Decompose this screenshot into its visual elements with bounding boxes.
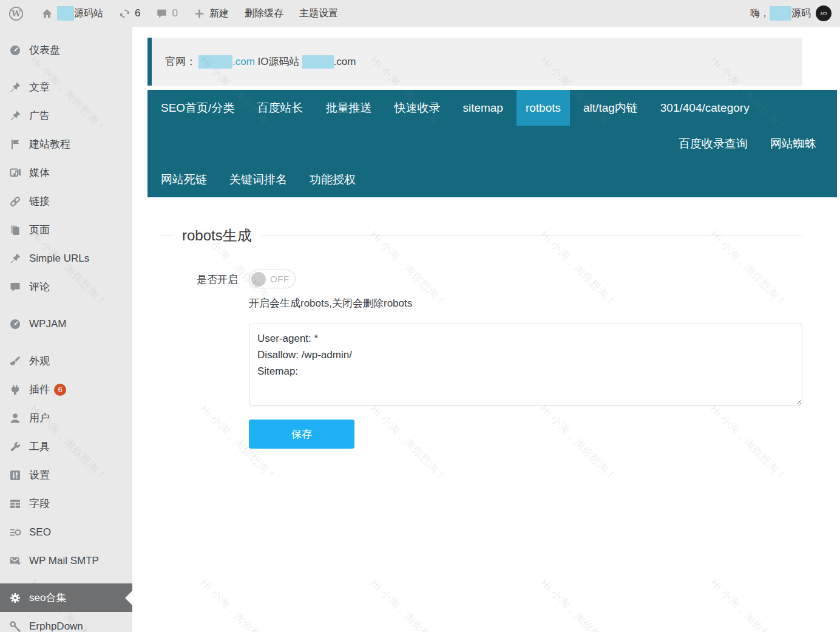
site-name: 源码站	[74, 7, 103, 20]
sidebar-item-label: 广告	[29, 109, 50, 123]
new-content-menu[interactable]: 新建	[194, 7, 229, 20]
redacted-username-prefix	[770, 6, 791, 21]
sidebar-item-label: 字段	[29, 497, 50, 511]
sidebar-item-users[interactable]: 用户	[0, 404, 132, 432]
sidebar-item-label: Simple URLs	[29, 253, 89, 265]
sidebar-item-wp-mail-smtp[interactable]: WP Mail SMTP	[0, 546, 132, 575]
plugin-icon	[9, 384, 21, 396]
sidebar-menu: 仪表盘文章广告建站教程媒体链接页面Simple URLs评论WPJAM外观插件6…	[0, 27, 132, 632]
sidebar-item-label: 用户	[29, 411, 50, 425]
account-menu[interactable]: 嗨， 源码 I/O	[750, 5, 832, 21]
sidebar-item-simple-urls[interactable]: Simple URLs	[0, 244, 132, 273]
sidebar-item-media[interactable]: 媒体	[0, 158, 132, 187]
sidebar-item-seo[interactable]: SEO	[0, 518, 132, 546]
sidebar-item-site-tutorials[interactable]: 建站教程	[0, 130, 132, 158]
visit-site-link[interactable]: 源码站	[41, 6, 103, 21]
redacted-domain-1	[198, 55, 232, 69]
flag-icon	[9, 138, 21, 151]
sidebar-item-appearance[interactable]: 外观	[0, 347, 132, 375]
redacted-site-prefix	[57, 6, 74, 21]
tab-batch-push[interactable]: 批量推送	[316, 90, 381, 126]
official-site-link[interactable]: .com	[232, 56, 255, 68]
seo-tabs-nav: SEO首页/分类百度站长批量推送快速收录sitemaprotbotsalt/ta…	[147, 90, 837, 197]
site-notice: 官网： .com IO源码站 .com	[147, 38, 802, 86]
toggle-knob	[251, 272, 266, 287]
nav-row-3: 网站死链关键词排名功能授权	[147, 161, 837, 197]
sidebar-item-posts[interactable]: 文章	[0, 73, 132, 101]
toggle-label: 是否开启	[147, 270, 238, 449]
tab-301-404-category[interactable]: 301/404/category	[651, 90, 759, 126]
table-icon	[9, 498, 21, 510]
tab-baidu-webmaster[interactable]: 百度站长	[248, 90, 312, 126]
sidebar-item-wpjam[interactable]: WPJAM	[0, 310, 132, 338]
toggle-hint: 开启会生成robots,关闭会删除robots	[249, 296, 802, 310]
sidebar-item-label: seo合集	[29, 591, 66, 605]
new-label: 新建	[209, 7, 229, 20]
pages-icon	[9, 224, 21, 236]
comment-bubble-icon	[156, 8, 168, 19]
updates-indicator[interactable]: 6	[119, 7, 140, 19]
sidebar-item-label: 外观	[29, 354, 50, 368]
sidebar-item-fields[interactable]: 字段	[0, 489, 132, 518]
notice-middle: IO源码站	[255, 55, 300, 69]
updates-count: 6	[135, 7, 140, 19]
sidebar-item-ads[interactable]: 广告	[0, 101, 132, 130]
tab-sitemap[interactable]: sitemap	[453, 90, 512, 126]
seo-lines-icon	[9, 526, 21, 539]
tab-keyword-ranking[interactable]: 关键词排名	[220, 161, 296, 197]
sidebar-item-dashboard[interactable]: 仪表盘	[0, 36, 132, 64]
sidebar-item-label: 建站教程	[29, 137, 70, 151]
user-icon	[9, 412, 21, 424]
pin-icon	[9, 110, 21, 122]
tab-robots[interactable]: rotbots	[517, 90, 570, 126]
media-icon	[9, 167, 21, 179]
tab-dead-links[interactable]: 网站死链	[152, 161, 216, 197]
comments-count: 0	[172, 7, 177, 19]
sidebar-item-settings[interactable]: 设置	[0, 461, 132, 489]
enable-toggle[interactable]: OFF	[249, 270, 296, 288]
tab-seo-home-category[interactable]: SEO首页/分类	[152, 90, 243, 126]
comments-indicator[interactable]: 0	[156, 7, 177, 19]
plus-icon	[194, 8, 205, 19]
sidebar-item-label: 链接	[29, 194, 50, 208]
sidebar-item-tools[interactable]: 工具	[0, 432, 132, 461]
sidebar-item-label: 媒体	[29, 166, 50, 180]
admin-sidebar: 仪表盘文章广告建站教程媒体链接页面Simple URLs评论WPJAM外观插件6…	[0, 27, 132, 632]
tab-baidu-index-query[interactable]: 百度收录查询	[669, 126, 757, 161]
sidebar-item-label: 评论	[29, 280, 50, 294]
wordpress-logo-icon: W	[8, 6, 24, 21]
theme-settings-button[interactable]: 主题设置	[299, 7, 338, 20]
refresh-icon	[119, 8, 130, 19]
sidebar-item-label: 文章	[29, 80, 50, 94]
tab-feature-license[interactable]: 功能授权	[300, 161, 365, 197]
sidebar-item-plugins[interactable]: 插件6	[0, 375, 132, 404]
page-title: robots生成	[182, 226, 252, 245]
link-icon	[9, 195, 21, 208]
sidebar-item-links[interactable]: 链接	[0, 187, 132, 216]
sidebar-item-label: WP Mail SMTP	[29, 555, 99, 567]
dashboard-icon	[9, 44, 21, 56]
notice-suffix: .com	[334, 56, 356, 68]
home-icon	[41, 8, 53, 19]
wordpress-menu[interactable]: W	[8, 6, 28, 21]
sidebar-item-erphpdown[interactable]: ErphpDown	[0, 612, 132, 632]
svg-text:W: W	[11, 8, 21, 18]
greeting-text: 嗨，	[750, 7, 770, 20]
tab-alt-tag-internal-links[interactable]: alt/tag内链	[574, 90, 647, 126]
nav-row-2: 百度收录查询网站蜘蛛	[147, 126, 837, 161]
notice-prefix: 官网：	[165, 55, 196, 69]
toggle-state: OFF	[270, 274, 290, 284]
save-button[interactable]: 保存	[249, 420, 354, 449]
robots-content-textarea[interactable]: User-agent: * Disallow: /wp-admin/ Sitem…	[249, 324, 802, 406]
key-icon	[9, 620, 21, 632]
tab-fast-indexing[interactable]: 快速收录	[385, 90, 449, 126]
sidebar-item-seo-collection[interactable]: seo合集	[0, 583, 132, 612]
sliders-icon	[9, 469, 21, 481]
clear-cache-button[interactable]: 删除缓存	[245, 7, 283, 20]
sidebar-item-comments[interactable]: 评论	[0, 273, 132, 301]
tab-site-spider[interactable]: 网站蜘蛛	[761, 126, 825, 161]
sidebar-item-pages[interactable]: 页面	[0, 216, 132, 244]
clear-cache-label: 删除缓存	[245, 7, 283, 20]
section-heading: robots生成	[159, 226, 802, 245]
sidebar-item-label: 设置	[29, 468, 50, 482]
